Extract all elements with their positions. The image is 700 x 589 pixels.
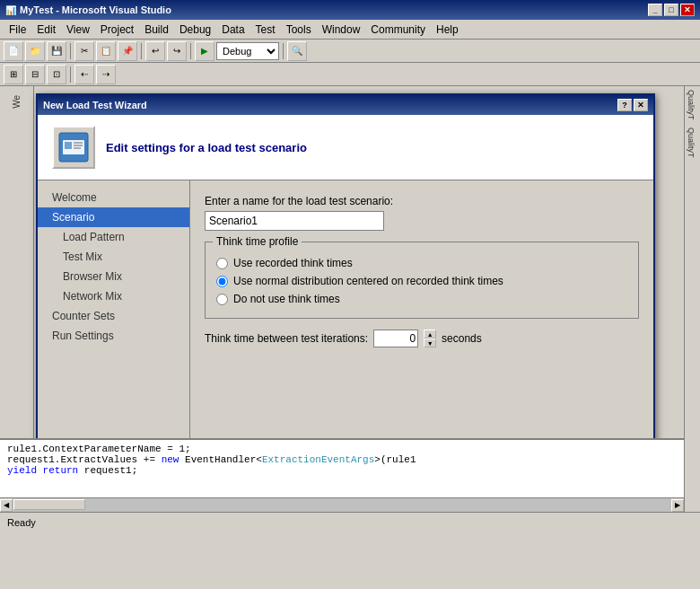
- run-button[interactable]: ▶: [195, 41, 214, 61]
- svg-rect-2: [65, 142, 72, 149]
- dialog-close-button[interactable]: ✕: [634, 99, 648, 111]
- radio-row-2: Use normal distribution centered on reco…: [216, 275, 627, 287]
- name-label: Enter a name for the load test scenario:: [205, 195, 639, 207]
- tb2-btn4[interactable]: ⇠: [74, 65, 94, 84]
- open-button[interactable]: 📁: [25, 41, 45, 61]
- nav-browser-mix[interactable]: Browser Mix: [38, 267, 189, 286]
- sep5: [70, 66, 71, 83]
- spinner-controls[interactable]: ▲ ▼: [424, 330, 436, 347]
- maximize-button[interactable]: □: [664, 4, 678, 16]
- radio-no-think-label[interactable]: Do not use think times: [233, 293, 340, 305]
- nav-scenario[interactable]: Scenario: [38, 207, 189, 227]
- think-time-group: Think time profile Use recorded think ti…: [205, 242, 639, 319]
- toolbar-secondary: ⊞ ⊟ ⊡ ⇠ ⇢: [0, 63, 700, 86]
- status-text: Ready: [7, 517, 36, 528]
- redo-button[interactable]: ↪: [167, 41, 187, 61]
- close-button[interactable]: ✕: [680, 4, 695, 16]
- menu-help[interactable]: Help: [431, 22, 464, 38]
- menu-build[interactable]: Build: [139, 22, 174, 38]
- dialog-controls[interactable]: ? ✕: [617, 99, 648, 111]
- dialog-help-button[interactable]: ?: [617, 99, 632, 111]
- menu-edit[interactable]: Edit: [31, 22, 61, 38]
- nav-welcome[interactable]: Welcome: [38, 188, 189, 207]
- scroll-thumb[interactable]: [13, 499, 85, 510]
- app-title: MyTest - Microsoft Visual Studio: [20, 4, 171, 15]
- name-label-row: Enter a name for the load test scenario:: [205, 195, 639, 231]
- app-icon: 📊: [5, 5, 16, 15]
- iter-value-input[interactable]: [373, 330, 418, 347]
- radio-no-think[interactable]: [216, 294, 228, 305]
- menu-view[interactable]: View: [61, 22, 95, 38]
- group-legend: Think time profile: [213, 235, 302, 248]
- status-bar: Ready: [0, 512, 700, 532]
- code-area: rule1.ContextParameterName = 1; request1…: [0, 438, 684, 497]
- dialog-body: Welcome Scenario Load Pattern Test Mix B…: [38, 180, 653, 473]
- tb2-btn2[interactable]: ⊟: [25, 65, 45, 84]
- cut-button[interactable]: ✂: [74, 41, 94, 61]
- sep1: [70, 43, 71, 59]
- iteration-row: Think time between test iterations: ▲ ▼ …: [205, 330, 639, 347]
- left-tab-we[interactable]: We: [10, 93, 23, 110]
- menu-bar: File Edit View Project Build Debug Data …: [0, 20, 700, 40]
- scroll-left-button[interactable]: ◀: [0, 499, 13, 512]
- tb2-btn1[interactable]: ⊞: [4, 65, 23, 84]
- scroll-track[interactable]: [13, 498, 671, 512]
- wizard-icon: [52, 126, 95, 169]
- menu-test[interactable]: Test: [250, 22, 281, 38]
- code-line-1: rule1.ContextParameterName = 1;: [7, 444, 677, 454]
- nav-load-pattern[interactable]: Load Pattern: [38, 227, 189, 247]
- debug-mode-select[interactable]: Debug Release: [216, 42, 279, 60]
- menu-data[interactable]: Data: [216, 22, 249, 38]
- menu-file[interactable]: File: [4, 22, 31, 38]
- scenario-name-input[interactable]: [205, 211, 384, 231]
- iter-unit: seconds: [442, 332, 482, 345]
- tb2-btn5[interactable]: ⇢: [96, 65, 116, 84]
- wizard-nav: Welcome Scenario Load Pattern Test Mix B…: [38, 180, 190, 473]
- nav-counter-sets[interactable]: Counter Sets: [38, 306, 189, 326]
- radio-normal-dist[interactable]: [216, 276, 228, 287]
- toolbar-main: 📄 📁 💾 ✂ 📋 📌 ↩ ↪ ▶ Debug Release 🔍: [0, 40, 700, 63]
- right-tab-1[interactable]: QualityT: [685, 86, 697, 124]
- code-line-3: yield return request1;: [7, 465, 677, 476]
- spinner-down-button[interactable]: ▼: [424, 338, 436, 347]
- dialog-header-text: Edit settings for a load test scenario: [106, 141, 307, 154]
- scroll-right-button[interactable]: ▶: [671, 499, 684, 512]
- dialog-title: New Load Test Wizard: [43, 100, 147, 110]
- menu-tools[interactable]: Tools: [281, 22, 317, 38]
- nav-test-mix[interactable]: Test Mix: [38, 247, 189, 267]
- horiz-scrollbar[interactable]: ◀ ▶: [0, 497, 684, 512]
- code-line-2: request1.ExtractValues += new EventHandl…: [7, 454, 677, 465]
- menu-community[interactable]: Community: [365, 22, 431, 38]
- dialog-header: Edit settings for a load test scenario: [38, 115, 653, 180]
- paste-button[interactable]: 📌: [118, 41, 137, 61]
- sep2: [141, 43, 142, 59]
- radio-row-1: Use recorded think times: [216, 257, 627, 269]
- radio-row-3: Do not use think times: [216, 293, 627, 305]
- iter-label: Think time between test iterations:: [205, 332, 368, 345]
- window-controls[interactable]: _ □ ✕: [648, 4, 695, 16]
- undo-button[interactable]: ↩: [145, 41, 165, 61]
- dialog-title-bar: New Load Test Wizard ? ✕: [38, 95, 653, 115]
- radio-recorded-label[interactable]: Use recorded think times: [233, 257, 353, 269]
- right-tab-2[interactable]: QualityT: [685, 124, 697, 162]
- save-button[interactable]: 💾: [47, 41, 66, 61]
- search-button[interactable]: 🔍: [287, 41, 307, 61]
- sep3: [190, 43, 191, 59]
- copy-button[interactable]: 📋: [96, 41, 116, 61]
- nav-network-mix[interactable]: Network Mix: [38, 286, 189, 306]
- radio-recorded[interactable]: [216, 258, 228, 269]
- menu-project[interactable]: Project: [95, 22, 139, 38]
- nav-run-settings[interactable]: Run Settings: [38, 326, 189, 346]
- new-file-button[interactable]: 📄: [4, 41, 23, 61]
- minimize-button[interactable]: _: [648, 4, 662, 16]
- menu-debug[interactable]: Debug: [174, 22, 216, 38]
- menu-window[interactable]: Window: [317, 22, 366, 38]
- sep4: [283, 43, 284, 59]
- wizard-content: Enter a name for the load test scenario:…: [190, 180, 653, 473]
- tb2-btn3[interactable]: ⊡: [47, 65, 66, 84]
- spinner-up-button[interactable]: ▲: [424, 330, 436, 338]
- radio-normal-dist-label[interactable]: Use normal distribution centered on reco…: [233, 275, 503, 287]
- title-bar: 📊 MyTest - Microsoft Visual Studio _ □ ✕: [0, 0, 700, 20]
- right-panel: QualityT QualityT: [684, 86, 700, 532]
